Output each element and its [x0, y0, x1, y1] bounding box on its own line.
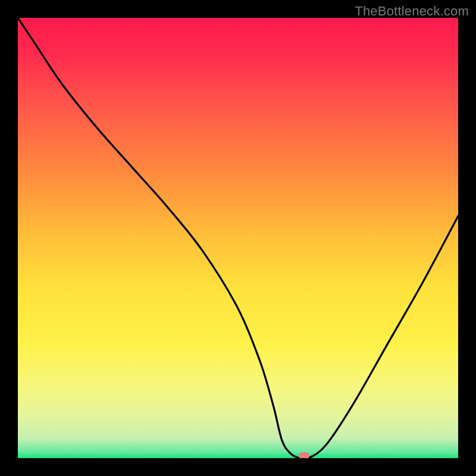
plot-area	[18, 18, 458, 458]
optimum-marker	[299, 452, 309, 458]
bottleneck-curve	[18, 18, 458, 458]
chart-container: TheBottleneck.com	[0, 0, 476, 476]
watermark-text: TheBottleneck.com	[355, 4, 469, 19]
